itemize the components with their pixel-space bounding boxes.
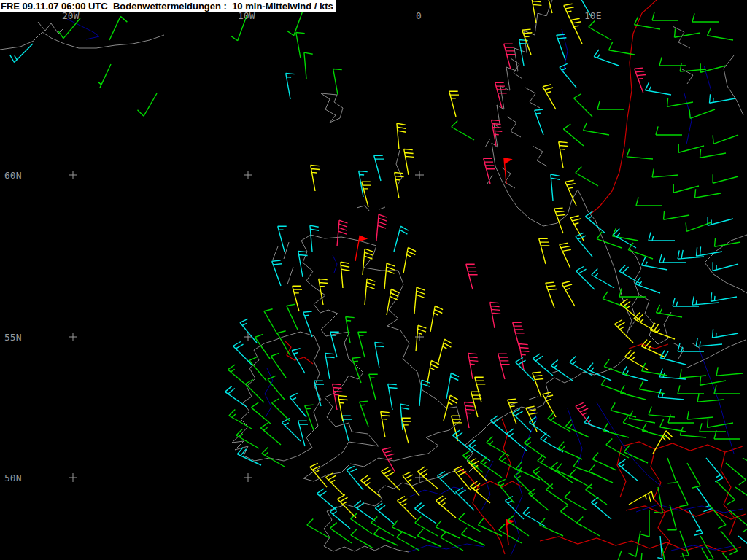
lon-label-0: 0 [416,10,422,21]
lat-label-55n: 55N [4,332,21,343]
map-layers [0,0,747,560]
title-bar: FRE 09.11.07 06:00 UTC Bodenwettermeldun… [0,0,336,12]
lat-label-60n: 60N [4,170,21,181]
lat-label-50n: 50N [4,472,21,483]
lon-label-10e: 10E [584,10,601,21]
weather-map-canvas: FRE 09.11.07 06:00 UTC Bodenwettermeldun… [0,0,747,560]
